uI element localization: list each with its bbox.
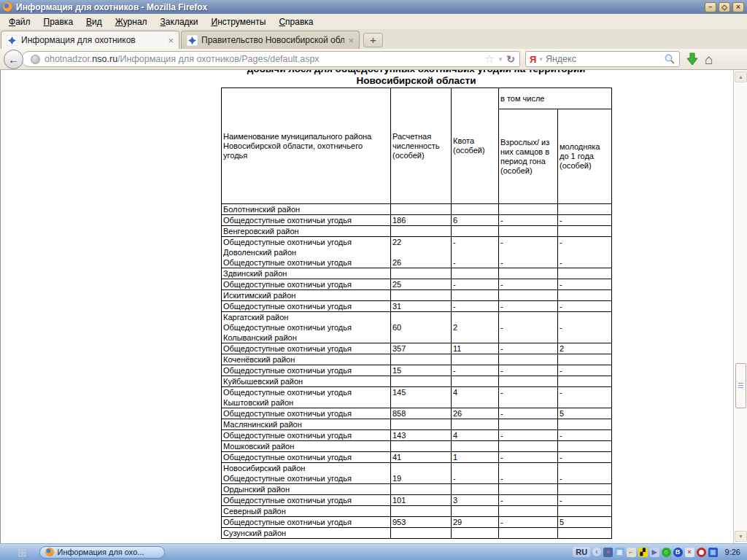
network-offline-icon[interactable]: × <box>603 548 613 557</box>
cell-adult: - <box>499 301 558 312</box>
scroll-down-icon[interactable]: ▼ <box>735 531 747 542</box>
antivirus-icon[interactable] <box>697 548 706 557</box>
cell-count <box>391 419 452 430</box>
tray-collapse-icon[interactable]: ‹ <box>592 548 600 556</box>
navigation-toolbar: ← ohotnadzor.nso.ru/Информация для охотн… <box>0 49 747 70</box>
taskbar-firefox-button[interactable]: Информация для охо... <box>39 546 165 559</box>
volume-muted-icon[interactable]: × <box>685 548 694 557</box>
menu-item-tools[interactable]: Инструменты <box>205 15 273 29</box>
media-icon[interactable]: ○ <box>662 548 671 557</box>
back-button[interactable]: ← <box>4 50 23 69</box>
cell-name: Венгеровский район <box>222 226 391 237</box>
table-row: Общедоступные охотничьи угодья95329-5 <box>222 517 612 528</box>
cell-adult: - <box>499 215 558 226</box>
cell-adult: - <box>499 365 558 376</box>
search-placeholder: Яндекс <box>546 54 661 64</box>
bookmark-star-icon[interactable]: ☆ <box>484 52 494 66</box>
vertical-scrollbar[interactable]: ▲ ▼ <box>733 70 747 543</box>
tab-close-icon[interactable]: × <box>168 36 174 45</box>
page-title-line1: добычи лося для общедоступных охотничьих… <box>221 70 611 75</box>
cell-name: Общедоступные охотничьи угодья <box>222 279 391 290</box>
cell-count: 19 <box>391 463 452 484</box>
cell-adult <box>499 268 558 279</box>
table-row: Каргатский район Общедоступные охотничьи… <box>222 312 612 343</box>
cell-quota <box>452 441 499 452</box>
cell-young: - <box>558 452 612 463</box>
bluetooth-icon[interactable]: B <box>673 548 683 557</box>
cell-count: 22 26 <box>391 237 452 268</box>
menu-accesskey: И <box>212 17 218 27</box>
cell-adult: - <box>499 408 558 419</box>
cell-count: 858 <box>391 408 452 419</box>
table-row: Сузунский район <box>222 528 612 539</box>
cell-count <box>391 441 452 452</box>
cell-quota: 3 <box>452 495 499 506</box>
cell-count <box>391 354 452 365</box>
cell-name: Северный район <box>222 506 391 517</box>
minimize-button[interactable]: − <box>705 2 716 12</box>
search-magnifier-icon[interactable] <box>664 53 676 65</box>
language-indicator[interactable]: RU <box>573 547 590 557</box>
cell-count: 101 <box>391 495 452 506</box>
cell-adult <box>499 441 558 452</box>
cell-name: Общедоступные охотничьи угодья <box>222 215 391 226</box>
menu-item-help[interactable]: Справка <box>272 15 320 29</box>
scroll-up-icon[interactable]: ▲ <box>735 71 747 82</box>
cell-young: - <box>558 301 612 312</box>
display-icon[interactable]: ▣ <box>708 548 718 557</box>
network-icon[interactable]: ▣ <box>615 548 624 557</box>
cell-quota: 4 <box>452 430 499 441</box>
cell-adult: - <box>499 343 558 354</box>
tab-close-icon[interactable]: × <box>348 36 354 45</box>
cell-quota <box>452 204 499 215</box>
batman-tool-icon[interactable]: ▞ <box>638 548 648 557</box>
cell-young <box>558 268 612 279</box>
url-path: /Информация для охотников/Pages/default.… <box>117 54 320 64</box>
cell-name: Здвинский район <box>222 268 391 279</box>
cell-count: 145 <box>391 387 452 408</box>
cell-quota <box>452 484 499 495</box>
cell-count <box>391 268 452 279</box>
cell-quota <box>452 506 499 517</box>
cell-count: 41 <box>391 452 452 463</box>
home-icon[interactable]: ⌂ <box>705 52 713 66</box>
tab-bar: Информация для охотников×Правительство Н… <box>0 30 747 49</box>
search-input[interactable]: Я ▾ Яндекс <box>525 51 680 67</box>
tab-hunters-info[interactable]: Информация для охотников× <box>1 31 179 49</box>
cell-count: 31 <box>391 301 452 312</box>
cell-young: 2 <box>558 343 612 354</box>
cell-name: Общедоступные охотничьи угодья <box>222 408 391 419</box>
menu-item-bookmarks[interactable]: Закладки <box>154 15 205 29</box>
pointing-device-icon[interactable]: ⌐ <box>627 548 636 557</box>
scrollbar-thumb[interactable] <box>735 363 746 408</box>
start-windows-icon[interactable]: ⊞ <box>18 547 27 558</box>
menu-bar: ФайлПравкаВидЖурналЗакладкиИнструментыСп… <box>0 14 747 30</box>
table-row: Общедоступные охотничьи угодья25--- <box>222 279 612 290</box>
cell-count <box>391 506 452 517</box>
cell-young <box>558 204 612 215</box>
cell-young <box>558 484 612 495</box>
site-favicon-icon <box>7 35 18 46</box>
tab-nso-government[interactable]: Правительство Новосибирской области× <box>181 31 360 49</box>
launcher-icon[interactable]: ▶ <box>650 548 659 557</box>
close-button[interactable]: × <box>732 2 744 12</box>
yandex-icon[interactable]: Я <box>530 54 536 65</box>
site-favicon-icon <box>187 35 198 46</box>
restore-button[interactable]: ◇ <box>719 2 730 12</box>
urlbar-dropdown-icon[interactable]: ▾ <box>499 55 503 63</box>
cell-young <box>558 528 612 539</box>
menu-accesskey: В <box>86 17 92 27</box>
reload-icon[interactable]: ↻ <box>506 53 515 65</box>
cell-count <box>391 376 452 387</box>
menu-item-file[interactable]: Файл <box>2 15 37 29</box>
download-icon[interactable] <box>685 52 700 66</box>
new-tab-button[interactable]: + <box>363 33 383 47</box>
address-bar[interactable]: ohotnadzor.nso.ru/Информация для охотник… <box>21 51 520 67</box>
menu-item-view[interactable]: Вид <box>80 15 109 29</box>
cell-young: - <box>558 215 612 226</box>
col-header-quota: Квота (особей) <box>452 88 499 204</box>
menu-item-edit[interactable]: Правка <box>37 15 80 29</box>
search-engine-dropdown-icon[interactable]: ▾ <box>539 55 543 63</box>
menu-item-history[interactable]: Журнал <box>109 15 154 29</box>
menu-accesskey: С <box>279 17 285 27</box>
